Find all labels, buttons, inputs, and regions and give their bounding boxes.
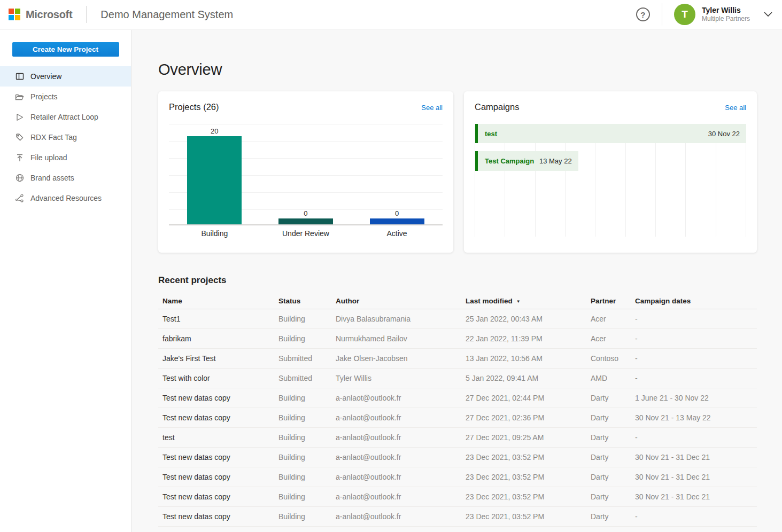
table-row[interactable]: Test new datas copyBuildinga-anlaot@outl…	[158, 388, 757, 408]
column-header-last-modified[interactable]: Last modified▼	[461, 297, 586, 305]
recent-projects-title: Recent projects	[158, 275, 782, 286]
cell-author: a-anlaot@outlook.fr	[331, 453, 461, 461]
cell-last-modified: 23 Dec 2021, 03:52 PM	[461, 473, 586, 481]
table-row[interactable]: Jake's First TestSubmittedJake Olsen-Jac…	[158, 349, 757, 369]
chart-category-label: Active	[351, 229, 443, 238]
projects-bar-chart-plot: 2000	[169, 124, 443, 225]
cell-campaign-dates: -	[631, 315, 757, 323]
table-row[interactable]: Test new datas copyBuildinga-anlaot@outl…	[158, 467, 757, 487]
cell-status: Building	[274, 433, 331, 442]
cell-author: a-anlaot@outlook.fr	[331, 473, 461, 481]
sidebar-item-label: Retailer Attract Loop	[30, 113, 98, 121]
table-row[interactable]: Test with colorSubmittedTyler Willis5 Ja…	[158, 369, 757, 388]
sidebar-nav: Overview Projects Retailer Attract Loop …	[0, 66, 131, 208]
user-name: Tyler Willis	[702, 6, 750, 15]
brand-name: Microsoft	[26, 9, 72, 21]
sidebar-item-overview[interactable]: Overview	[0, 66, 131, 87]
campaigns-card: Campaigns See all test30 Nov 22Test Camp…	[464, 91, 757, 253]
table-row[interactable]: fabrikamBuildingNurmukhamed Bailov22 Jan…	[158, 329, 757, 349]
cell-author: Jake Olsen-Jacobsen	[331, 354, 461, 363]
cell-name: fabrikam	[158, 334, 274, 343]
cell-status: Building	[274, 394, 331, 402]
column-header-name[interactable]: Name	[158, 297, 274, 305]
column-header-author[interactable]: Author	[331, 297, 461, 305]
sidebar-item-rdx-fact-tag[interactable]: RDX Fact Tag	[0, 127, 131, 147]
user-subtitle: Multiple Partners	[702, 15, 750, 23]
chart-gridline	[169, 124, 443, 124]
cell-name: Test new datas copy	[158, 512, 274, 521]
campaign-name: Test Campaign	[485, 157, 534, 165]
cell-campaign-dates: -	[631, 374, 757, 382]
avatar[interactable]: T	[674, 4, 695, 25]
campaigns-see-all-link[interactable]: See all	[725, 104, 746, 112]
chevron-down-icon[interactable]	[764, 12, 772, 17]
campaign-bar[interactable]: test30 Nov 22	[475, 124, 746, 143]
table-row[interactable]: Test new datas copyBuildinga-anlaot@outl…	[158, 487, 757, 507]
campaign-bar[interactable]: Test Campaign13 May 22	[475, 151, 578, 171]
sidebar-item-projects[interactable]: Projects	[0, 87, 131, 107]
cell-author: a-anlaot@outlook.fr	[331, 394, 461, 402]
microsoft-logo-icon	[9, 9, 20, 20]
column-header-status[interactable]: Status	[274, 297, 331, 305]
campaigns-card-title: Campaigns	[475, 102, 519, 112]
sidebar-item-file-upload[interactable]: File upload	[0, 147, 131, 168]
cell-status: Building	[274, 473, 331, 481]
cell-last-modified: 23 Dec 2021, 03:52 PM	[461, 492, 586, 501]
folder-icon	[15, 92, 24, 101]
header-divider	[662, 3, 662, 26]
create-new-project-button[interactable]: Create New Project	[12, 42, 119, 57]
app-title: Demo Management System	[100, 9, 233, 21]
cell-partner: Darty	[586, 433, 631, 442]
projects-bar-chart-categories: BuildingUnder ReviewActive	[169, 229, 443, 238]
table-row[interactable]: Test new datas copyBuildinga-anlaot@outl…	[158, 507, 757, 527]
cell-name: test	[158, 433, 274, 442]
bar-group-active: 0	[351, 209, 443, 224]
cell-campaign-dates: 30 Nov 21 - 31 Dec 21	[631, 473, 757, 481]
sidebar-item-label: Overview	[30, 72, 61, 81]
column-header-partner[interactable]: Partner	[586, 297, 631, 305]
projects-card-title: Projects (26)	[169, 102, 219, 112]
cell-status: Submitted	[274, 374, 331, 382]
campaign-name: test	[485, 130, 497, 138]
table-row[interactable]: Test new datas copyBuildinga-anlaot@outl…	[158, 448, 757, 467]
brand: Microsoft Demo Management System	[0, 6, 233, 23]
sidebar-item-retailer-attract-loop[interactable]: Retailer Attract Loop	[0, 107, 131, 127]
chart-category-label: Building	[169, 229, 260, 238]
bar-value-label: 0	[395, 209, 399, 217]
sidebar-item-label: File upload	[30, 153, 67, 162]
cell-author: a-anlaot@outlook.fr	[331, 512, 461, 521]
page-title: Overview	[158, 61, 782, 79]
sidebar-item-brand-assets[interactable]: Brand assets	[0, 168, 131, 188]
cell-status: Building	[274, 512, 331, 521]
cell-status: Submitted	[274, 354, 331, 363]
sidebar-item-label: Advanced Resources	[30, 194, 102, 202]
help-icon[interactable]: ?	[636, 7, 650, 21]
bar[interactable]	[187, 136, 242, 224]
bar[interactable]	[370, 218, 424, 224]
bar[interactable]	[278, 218, 333, 224]
cell-last-modified: 5 Jan 2022, 09:41 AM	[461, 374, 586, 382]
cell-partner: Darty	[586, 394, 631, 402]
cell-status: Building	[274, 492, 331, 501]
cell-author: Tyler Willis	[331, 374, 461, 382]
cell-campaign-dates: 1 June 21 - 30 Nov 22	[631, 394, 757, 402]
cell-campaign-dates: -	[631, 512, 757, 521]
table-row[interactable]: Test1BuildingDivya Balasubramania25 Jan …	[158, 309, 757, 329]
table-row[interactable]: Test new datas copyBuildinga-anlaot@outl…	[158, 408, 757, 428]
projects-see-all-link[interactable]: See all	[421, 104, 443, 112]
sort-desc-icon: ▼	[516, 299, 521, 304]
cell-status: Building	[274, 334, 331, 343]
column-header-campaign-dates[interactable]: Campaign dates	[631, 297, 757, 305]
cell-partner: Acer	[586, 334, 631, 343]
sidebar-item-advanced-resources[interactable]: Advanced Resources	[0, 188, 131, 208]
campaigns-timeline: test30 Nov 22Test Campaign13 May 22	[475, 124, 746, 237]
table-body: Test1BuildingDivya Balasubramania25 Jan …	[158, 309, 757, 527]
cell-partner: Darty	[586, 492, 631, 501]
globe-icon	[15, 174, 24, 183]
cell-campaign-dates: 30 Nov 21 - 31 Dec 21	[631, 453, 757, 461]
main-content: Overview Projects (26) See all 2000 Buil…	[132, 30, 782, 527]
cell-author: Nurmukhamed Bailov	[331, 334, 461, 343]
table-row[interactable]: testBuildinga-anlaot@outlook.fr27 Dec 20…	[158, 428, 757, 448]
cell-partner: Darty	[586, 413, 631, 422]
cell-author: a-anlaot@outlook.fr	[331, 413, 461, 422]
